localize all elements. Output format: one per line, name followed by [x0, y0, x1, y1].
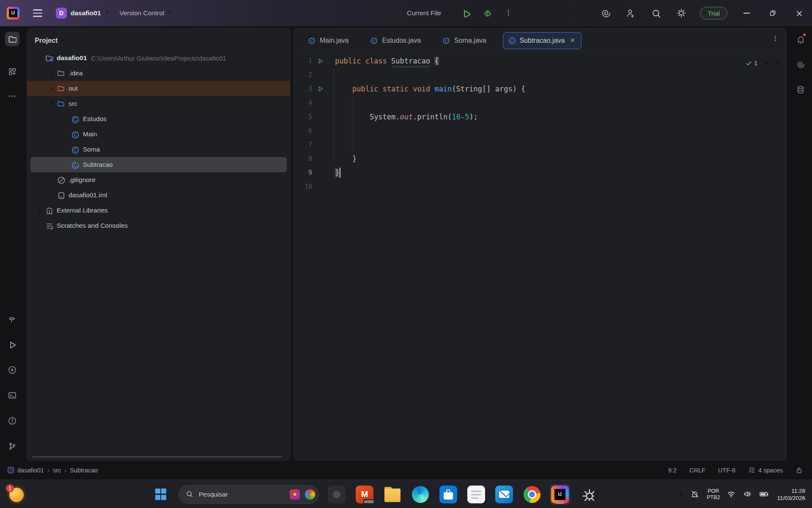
tool-project-button[interactable] — [5, 32, 19, 46]
java-class-icon — [370, 37, 378, 44]
taskbar-intellij-button[interactable]: IJ — [550, 484, 570, 505]
run-class-gutter-button[interactable] — [312, 54, 329, 68]
tab-estudos-java[interactable]: Estudos.java — [365, 32, 426, 49]
tree-row-iml-file[interactable]: dasafio01.iml — [27, 188, 290, 203]
tab-main-java[interactable]: Main.java — [303, 32, 354, 49]
close-tab-icon[interactable] — [570, 38, 576, 44]
tab-subtracao-java[interactable]: Subtracao.java — [503, 32, 582, 49]
tool-terminal-button[interactable] — [5, 388, 19, 403]
tree-row-project-root[interactable]: dasafio01 C:\Users\Arthur Giuliano\IdeaP… — [27, 50, 290, 66]
main-menu-button[interactable] — [30, 6, 46, 20]
project-name: dasafio01 — [71, 9, 101, 17]
taskbar-search-box[interactable]: Pesquisar ★ — [178, 485, 319, 504]
taskbar-outlook-button[interactable] — [494, 484, 514, 505]
code-with-me-button[interactable] — [623, 6, 638, 20]
project-panel-header[interactable]: Project — [27, 28, 290, 50]
search-everywhere-button[interactable] — [649, 6, 663, 20]
tool-build-button[interactable] — [5, 312, 19, 327]
tree-row-scratches[interactable]: Scratches and Consoles — [27, 218, 290, 233]
libraries-icon — [45, 207, 53, 215]
language-indicator[interactable]: POR PTB2 — [707, 488, 720, 501]
tool-problems-button[interactable] — [5, 414, 19, 428]
tree-row-external-libraries[interactable]: External Libraries — [27, 203, 290, 218]
project-widget[interactable]: D dasafio01 — [56, 8, 110, 19]
horizontal-scrollbar[interactable] — [32, 456, 282, 458]
ai-spiral-icon — [796, 60, 805, 69]
tree-row-class-subtracao[interactable]: Subtracao — [30, 157, 287, 172]
taskbar-chrome-button[interactable] — [522, 484, 542, 505]
taskbar-document-button[interactable] — [466, 484, 486, 505]
notifications-button[interactable] — [793, 32, 808, 46]
taskbar-settings-button[interactable] — [578, 484, 598, 505]
m365-icon: M M365 — [356, 486, 373, 503]
tree-row-gitignore[interactable]: .gitignore — [27, 172, 290, 188]
chevron-down-icon — [49, 102, 54, 106]
line-separator-widget[interactable]: CRLF — [689, 467, 705, 474]
more-tool-windows-button[interactable] — [5, 89, 19, 103]
tree-row-class-soma[interactable]: Soma — [27, 142, 290, 157]
next-problem-button[interactable] — [776, 61, 780, 66]
ai-assistant-button[interactable] — [598, 6, 612, 20]
trial-badge[interactable]: Trial — [700, 7, 727, 19]
services-icon — [8, 366, 16, 374]
inspection-count[interactable]: 1 — [746, 60, 757, 66]
inspections-widget[interactable]: 1 — [746, 60, 780, 66]
battery-icon[interactable] — [759, 490, 770, 499]
settings-button[interactable] — [674, 6, 689, 20]
start-button[interactable] — [151, 484, 171, 505]
code-line-6: 6 — [294, 124, 786, 138]
tool-run-button[interactable] — [5, 337, 19, 352]
database-tool-button[interactable] — [793, 83, 808, 97]
taskbar-m365-button[interactable]: M M365 — [354, 484, 375, 505]
hidden-icons-chevron[interactable] — [679, 492, 683, 497]
chevron-down-icon — [38, 56, 42, 61]
breadcrumb-project-icon — [8, 467, 14, 473]
tab-soma-java[interactable]: Soma.java — [437, 32, 492, 49]
module-file-icon — [57, 191, 65, 199]
tree-row-idea-folder[interactable]: .idea — [27, 66, 290, 81]
more-actions-button[interactable] — [505, 9, 513, 17]
taskbar-store-button[interactable] — [438, 484, 458, 505]
volume-icon[interactable] — [743, 490, 752, 499]
tree-row-out-folder[interactable]: out — [27, 81, 290, 96]
code-line-1: 1 public class Subtracao { — [294, 54, 786, 68]
debug-button[interactable] — [483, 8, 492, 18]
java-class-icon — [308, 37, 316, 44]
ai-assistant-tool-button[interactable] — [793, 58, 808, 72]
taskbar-dark-app-button[interactable] — [326, 484, 347, 505]
wifi-icon[interactable] — [727, 490, 736, 499]
breadcrumb[interactable]: dasafio01 › src › Subtracao — [0, 467, 98, 474]
tree-row-class-estudos[interactable]: Estudos — [27, 111, 290, 127]
indent-widget[interactable]: 4 spaces — [748, 467, 783, 474]
tab-options-button[interactable] — [772, 35, 779, 43]
editor-tab-bar: Main.java Estudos.java Soma.java Subtrac… — [294, 28, 786, 51]
build-icon — [8, 315, 16, 324]
previous-problem-button[interactable] — [764, 61, 769, 66]
encoding-widget[interactable]: UTF-8 — [718, 467, 735, 474]
run-main-gutter-button[interactable] — [312, 82, 329, 96]
tree-row-src-folder[interactable]: src — [27, 96, 290, 111]
version-control-menu[interactable]: Version Control — [120, 9, 173, 17]
minimize-icon — [743, 13, 750, 14]
code-editor[interactable]: 1 public class Subtracao { 2 3 public st… — [294, 51, 786, 194]
run-button[interactable] — [462, 9, 470, 17]
caret-position-widget[interactable]: 9:2 — [668, 467, 677, 474]
add-user-icon — [625, 8, 636, 18]
minimize-button[interactable] — [733, 0, 760, 26]
tool-services-button[interactable] — [5, 363, 19, 377]
notifications-off-icon[interactable] — [691, 490, 700, 499]
widgets-weather-button[interactable]: 1 — [6, 484, 26, 505]
folder-icon — [8, 35, 16, 43]
tool-version-control-button[interactable] — [5, 439, 19, 453]
taskbar-explorer-button[interactable] — [382, 484, 403, 505]
run-configuration-selector[interactable]: Current File — [407, 9, 449, 17]
search-placeholder: Pesquisar — [199, 491, 285, 498]
excluded-folder-icon — [57, 85, 65, 92]
restore-button[interactable] — [760, 0, 786, 26]
taskbar-edge-button[interactable] — [410, 484, 431, 505]
close-button[interactable] — [786, 0, 812, 26]
readonly-toggle[interactable] — [796, 467, 803, 474]
tree-row-class-main[interactable]: Main — [27, 127, 290, 142]
clock-widget[interactable]: 11:28 11/03/2026 — [777, 487, 805, 502]
tool-structure-button[interactable] — [5, 64, 19, 79]
